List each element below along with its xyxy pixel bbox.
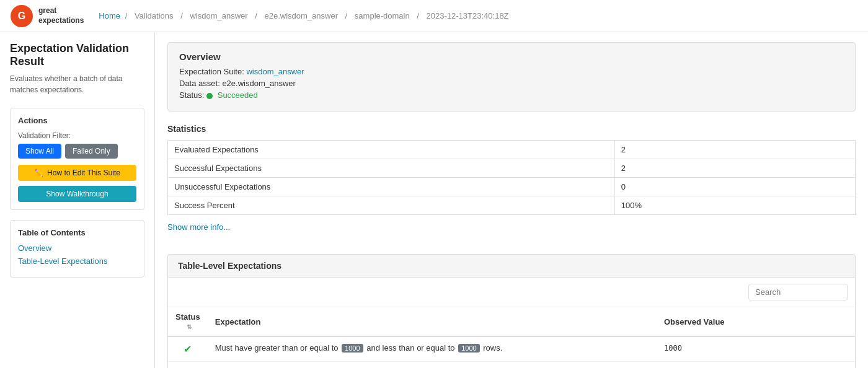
col-status: Status ⇅ [168,307,208,336]
row2-expectation: Must have at least these columns (in any… [208,362,657,369]
statistics-table: Evaluated Expectations2Successful Expect… [167,140,856,215]
overview-box: Overview Expectation Suite: wisdom_answe… [167,42,856,112]
overview-status-row: Status: Succeeded [179,90,844,100]
ge-logo-icon: G [10,4,33,28]
row1-status: ✔ [168,336,208,362]
row2-observed: ['answer_id', 'question_id', 'product_id… [657,362,855,369]
toc-title: Table of Contents [18,228,136,237]
overview-suite-row: Expectation Suite: wisdom_answer [179,67,844,76]
search-input[interactable] [748,284,848,300]
edit-suite-button[interactable]: ✏️ How to Edit This Suite [18,165,136,181]
status-success-dot [206,93,213,99]
expectations-table: Status ⇅ Expectation Observed Value ✔ [168,307,855,368]
tag-1000-min: 1000 [342,344,363,353]
toc-box: Table of Contents Overview Table-Level E… [10,220,144,278]
validation-filter-label: Validation Filter: [18,131,136,140]
table-row: ✔ Must have greater than or equal to 100… [168,336,855,362]
status-value: Succeeded [218,90,258,100]
filter-buttons: Show All Failed Only [18,144,136,159]
statistics-section: Statistics Evaluated Expectations2Succes… [167,124,856,244]
show-more-link[interactable]: Show more info... [167,222,230,232]
page-subtitle: Evaluates whether a batch of data matche… [10,73,144,95]
tag-1000-max: 1000 [458,344,479,353]
logo-area: G great expectations [10,4,84,28]
actions-title: Actions [18,116,136,125]
row2-status: ✔ [168,362,208,369]
page-title: Expectation Validation Result [10,42,144,68]
statistics-title: Statistics [167,124,856,134]
expectations-table-head: Status ⇅ Expectation Observed Value [168,307,855,336]
main-layout: Expectation Validation Result Evaluates … [0,32,868,368]
header: G great expectations Home / Validations … [0,0,868,32]
stats-row: Success Percent100% [168,196,856,215]
table-level-section: Table-Level Expectations Status ⇅ Expect… [167,254,856,368]
stats-row: Successful Expectations2 [168,159,856,178]
toc-item-overview[interactable]: Overview [18,243,136,253]
sort-icon-status[interactable]: ⇅ [187,323,192,330]
sidebar: Expectation Validation Result Evaluates … [0,32,155,368]
col-expectation: Expectation [208,307,657,336]
stats-row: Unsuccessful Expectations0 [168,178,856,196]
edit-icon: ✏️ [34,169,43,177]
row1-expectation: Must have greater than or equal to 1000 … [208,336,657,362]
col-observed: Observed Value [657,307,855,336]
row1-observed-value: 1000 [664,344,682,353]
main-content: Overview Expectation Suite: wisdom_answe… [155,32,868,368]
failed-only-button[interactable]: Failed Only [65,144,118,159]
expectations-section: Status ⇅ Expectation Observed Value ✔ [167,278,856,368]
success-check-icon: ✔ [184,344,192,354]
row1-observed: 1000 [657,336,855,362]
walkthrough-button[interactable]: Show Walkthrough [18,186,136,202]
logo-text: great expectations [38,6,84,25]
overview-data-asset-row: Data asset: e2e.wisdom_answer [179,79,844,88]
toc-item-table-level[interactable]: Table-Level Expectations [18,256,136,266]
table-row: ✔ Must have at least these columns (in a… [168,362,855,369]
breadcrumb-home[interactable]: Home [99,11,120,20]
table-level-header: Table-Level Expectations [167,254,856,278]
actions-box: Actions Validation Filter: Show All Fail… [10,108,144,210]
stats-row: Evaluated Expectations2 [168,141,856,159]
suite-link[interactable]: wisdom_answer [246,67,304,76]
search-row [168,278,855,307]
expectations-table-body: ✔ Must have greater than or equal to 100… [168,336,855,368]
breadcrumb: Home / Validations / wisdom_answer / e2e… [99,11,511,20]
overview-title: Overview [179,51,844,62]
show-all-button[interactable]: Show All [18,144,61,159]
svg-text:G: G [18,11,25,21]
